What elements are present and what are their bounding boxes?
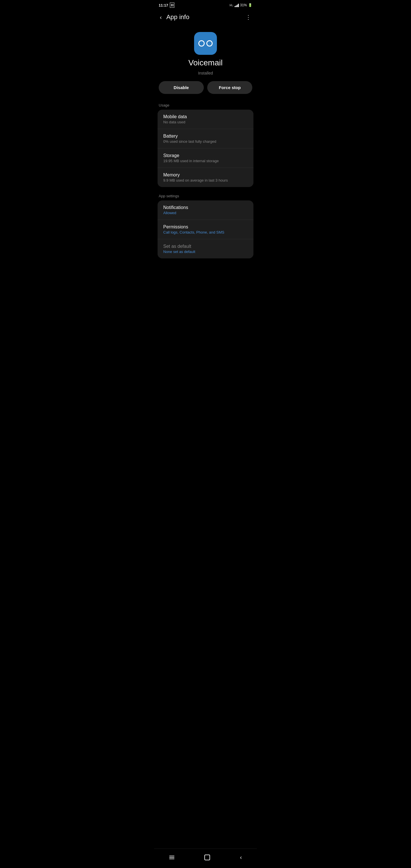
action-buttons-area: Disable Force stop bbox=[154, 81, 257, 101]
battery-icon: 🔋 bbox=[248, 3, 252, 7]
signal-icon bbox=[234, 3, 239, 7]
battery-title: Battery bbox=[163, 134, 248, 139]
voicemail-logo bbox=[198, 40, 213, 46]
app-settings-section-label: App settings bbox=[154, 192, 257, 200]
notifications-item[interactable]: Notifications Allowed bbox=[158, 200, 253, 220]
memory-subtitle: 9.9 MB used on average in last 3 hours bbox=[163, 178, 248, 182]
app-info-header: ‹ App info ⋮ bbox=[154, 9, 257, 25]
storage-item[interactable]: Storage 19.95 MB used in internal storag… bbox=[158, 149, 253, 168]
battery-percent: 31% bbox=[240, 3, 247, 7]
app-icon bbox=[194, 32, 217, 55]
permissions-item[interactable]: Permissions Call logs, Contacts, Phone, … bbox=[158, 220, 253, 239]
permissions-subtitle: Call logs, Contacts, Phone, and SMS bbox=[163, 230, 248, 235]
back-button[interactable]: ‹ bbox=[159, 13, 163, 22]
disable-button[interactable]: Disable bbox=[159, 81, 204, 94]
status-time-area: 11:17 H bbox=[159, 3, 175, 8]
memory-title: Memory bbox=[163, 173, 248, 178]
notifications-title: Notifications bbox=[163, 205, 248, 210]
set-as-default-subtitle: None set as default bbox=[163, 250, 248, 254]
h-down-icon: H↓ bbox=[230, 3, 233, 7]
page-title: App info bbox=[166, 13, 190, 21]
status-time: 11:17 bbox=[159, 3, 168, 7]
network-type-indicator: H bbox=[170, 3, 175, 8]
mobile-data-subtitle: No data used bbox=[163, 120, 248, 124]
bottom-padding bbox=[154, 263, 257, 286]
memory-item[interactable]: Memory 9.9 MB used on average in last 3 … bbox=[158, 168, 253, 187]
voicemail-circle-right bbox=[207, 40, 213, 46]
permissions-title: Permissions bbox=[163, 224, 248, 229]
notifications-subtitle: Allowed bbox=[163, 211, 248, 215]
usage-section-label: Usage bbox=[154, 101, 257, 110]
app-install-status: Installed bbox=[198, 71, 213, 75]
set-as-default-title: Set as default bbox=[163, 244, 248, 249]
more-options-button[interactable]: ⋮ bbox=[244, 12, 252, 22]
header-left: ‹ App info bbox=[159, 13, 189, 22]
app-icon-area: Voicemail Installed bbox=[154, 25, 257, 81]
storage-title: Storage bbox=[163, 153, 248, 158]
voicemail-circle-left bbox=[198, 40, 204, 46]
app-settings-card: Notifications Allowed Permissions Call l… bbox=[158, 200, 253, 258]
set-as-default-item[interactable]: Set as default None set as default bbox=[158, 239, 253, 258]
usage-card: Mobile data No data used Battery 0% used… bbox=[158, 110, 253, 187]
battery-item[interactable]: Battery 0% used since last fully charged bbox=[158, 129, 253, 149]
mobile-data-title: Mobile data bbox=[163, 114, 248, 119]
app-name: Voicemail bbox=[188, 58, 223, 67]
status-bar: 11:17 H H↓ 31% 🔋 bbox=[154, 0, 257, 9]
storage-subtitle: 19.95 MB used in internal storage bbox=[163, 159, 248, 163]
mobile-data-item[interactable]: Mobile data No data used bbox=[158, 110, 253, 129]
battery-subtitle: 0% used since last fully charged bbox=[163, 140, 248, 144]
force-stop-button[interactable]: Force stop bbox=[207, 81, 252, 94]
status-icons: H↓ 31% 🔋 bbox=[230, 3, 252, 7]
